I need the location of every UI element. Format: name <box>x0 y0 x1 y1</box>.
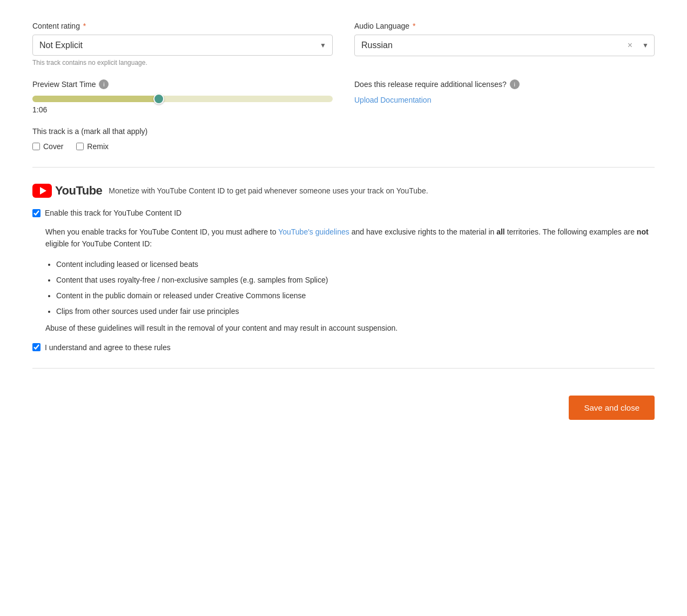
enable-youtube-label: Enable this track for YouTube Content ID <box>45 209 181 217</box>
content-rating-select[interactable]: Not Explicit Explicit Clean <box>32 35 333 56</box>
guidelines-link[interactable]: YouTube's guidelines <box>278 227 349 236</box>
content-rating-label-text: Content rating <box>32 22 80 30</box>
remix-label: Remix <box>87 142 109 151</box>
audio-language-group: Audio Language * Russian × ▼ <box>354 22 655 66</box>
agree-checkbox[interactable] <box>32 343 41 351</box>
content-rating-select-wrapper: Not Explicit Explicit Clean ▼ <box>32 35 333 56</box>
body-text-3: eligible for YouTube Content ID: <box>45 239 152 248</box>
bullet-list: Content including leased or licensed bea… <box>45 259 655 317</box>
preview-start-time-section: Preview Start Time i 1:06 <box>32 79 333 114</box>
additional-licenses-section: Does this release require additional lic… <box>354 79 655 114</box>
cover-checkbox-item[interactable]: Cover <box>32 142 63 151</box>
body-text-after-link: and have exclusive rights to the materia… <box>349 227 496 236</box>
bullet-item-3: Content in the public domain or released… <box>56 290 655 302</box>
track-type-section: This track is a (mark all that apply) Co… <box>32 127 655 151</box>
divider-top <box>32 167 655 168</box>
content-rating-hint: This track contains no explicit language… <box>32 59 333 66</box>
youtube-icon <box>32 184 52 198</box>
youtube-header: YouTube Monetize with YouTube Content ID… <box>32 184 655 198</box>
bullet-item-2: Content that uses royalty-free / non-exc… <box>56 274 655 286</box>
audio-language-label: Audio Language * <box>354 22 655 30</box>
content-rating-label: Content rating * <box>32 22 333 30</box>
youtube-section: YouTube Monetize with YouTube Content ID… <box>32 184 655 352</box>
enable-youtube-row: Enable this track for YouTube Content ID <box>32 209 655 217</box>
youtube-play-icon <box>40 187 46 195</box>
bullet-item-1: Content including leased or licensed bea… <box>56 259 655 270</box>
licenses-label-row: Does this release require additional lic… <box>354 79 655 89</box>
remix-checkbox-item[interactable]: Remix <box>76 142 109 151</box>
cover-checkbox[interactable] <box>32 143 40 150</box>
page-container: Content rating * Not Explicit Explicit C… <box>0 0 687 441</box>
divider-bottom <box>32 368 655 369</box>
bold-not: not <box>637 227 649 236</box>
save-close-button[interactable]: Save and close <box>569 396 655 420</box>
slider-fill <box>32 96 159 102</box>
track-type-label: This track is a (mark all that apply) <box>32 127 655 136</box>
audio-language-required-star: * <box>410 22 415 30</box>
licenses-label-text: Does this release require additional lic… <box>354 80 507 89</box>
track-type-checkboxes: Cover Remix <box>32 142 655 151</box>
audio-language-value: Russian <box>355 35 623 56</box>
youtube-logo: YouTube <box>32 184 102 198</box>
licenses-info-icon[interactable]: i <box>510 79 520 89</box>
agree-checkbox-label: I understand and agree to these rules <box>45 343 171 352</box>
preview-label-text: Preview Start Time <box>32 80 96 89</box>
preview-label-row: Preview Start Time i <box>32 79 333 89</box>
agree-checkbox-row: I understand and agree to these rules <box>32 343 655 352</box>
preview-info-icon[interactable]: i <box>99 79 109 89</box>
body-text-before-link: When you enable tracks for YouTube Conte… <box>45 227 278 236</box>
upload-documentation-link[interactable]: Upload Documentation <box>354 96 431 104</box>
form-row-top: Content rating * Not Explicit Explicit C… <box>32 22 655 66</box>
form-row-middle: Preview Start Time i 1:06 Does this rele… <box>32 79 655 114</box>
audio-language-label-text: Audio Language <box>354 22 409 30</box>
abuse-warning: Abuse of these guidelines will result in… <box>45 324 655 332</box>
youtube-description: Monetize with YouTube Content ID to get … <box>109 186 428 195</box>
enable-youtube-checkbox[interactable] <box>32 209 41 217</box>
footer-section: Save and close <box>32 385 655 420</box>
remix-checkbox[interactable] <box>76 143 84 150</box>
slider-thumb[interactable] <box>153 93 164 104</box>
audio-language-clear-icon[interactable]: × <box>623 41 637 50</box>
bullet-item-4: Clips from other sources used under fair… <box>56 306 655 317</box>
slider-track[interactable] <box>32 96 333 102</box>
youtube-logo-text: YouTube <box>55 184 102 198</box>
youtube-content-description: When you enable tracks for YouTube Conte… <box>45 226 655 250</box>
required-star: * <box>81 22 86 30</box>
bold-all: all <box>496 227 505 236</box>
content-rating-group: Content rating * Not Explicit Explicit C… <box>32 22 333 66</box>
audio-language-input-wrapper[interactable]: Russian × ▼ <box>354 35 655 56</box>
audio-language-dropdown-icon[interactable]: ▼ <box>637 42 654 49</box>
body-text-2: territories. The following examples are <box>505 227 637 236</box>
slider-value-display: 1:06 <box>32 105 333 114</box>
cover-label: Cover <box>43 142 63 151</box>
